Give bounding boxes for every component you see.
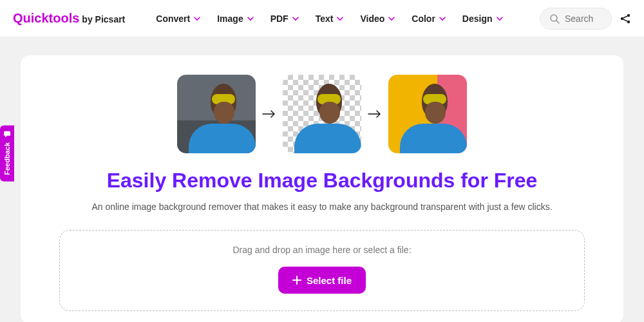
search-box[interactable] xyxy=(540,8,612,30)
file-dropzone[interactable]: Drag and drop an image here or select a … xyxy=(59,230,585,311)
main-nav: Convert Image PDF Text Video Color Desig… xyxy=(156,14,502,24)
brand[interactable]: Quicktools by Picsart xyxy=(13,11,125,26)
svg-point-4 xyxy=(627,20,630,23)
hero-subtitle: An online image background remover that … xyxy=(59,202,585,212)
svg-point-3 xyxy=(627,14,630,16)
header: Quicktools by Picsart Convert Image PDF … xyxy=(0,0,644,37)
chevron-down-icon xyxy=(194,15,200,22)
demo-thumb-transparent xyxy=(283,75,361,153)
search-input[interactable] xyxy=(565,14,602,24)
select-file-button[interactable]: Select file xyxy=(278,267,366,294)
nav-label: Video xyxy=(360,14,384,24)
nav-item-pdf[interactable]: PDF xyxy=(270,14,299,24)
brand-name: Quicktools xyxy=(13,11,79,26)
chat-icon xyxy=(3,131,11,138)
demo-thumbnails xyxy=(59,75,585,153)
nav-item-convert[interactable]: Convert xyxy=(156,14,200,24)
search-icon xyxy=(549,14,560,24)
dropzone-prompt: Drag and drop an image here or select a … xyxy=(66,245,578,255)
nav-item-image[interactable]: Image xyxy=(217,14,253,24)
nav-label: Design xyxy=(462,14,493,24)
nav-item-design[interactable]: Design xyxy=(462,14,503,24)
brand-byline: by Picsart xyxy=(82,14,125,24)
feedback-label: Feedback xyxy=(3,142,11,175)
nav-label: Text xyxy=(316,14,334,24)
nav-label: Convert xyxy=(156,14,190,24)
plus-icon xyxy=(292,276,301,285)
nav-label: PDF xyxy=(270,14,289,24)
chevron-down-icon xyxy=(497,15,503,22)
header-right xyxy=(540,8,631,30)
nav-label: Image xyxy=(217,14,243,24)
arrow-right-icon xyxy=(368,109,382,118)
chevron-down-icon xyxy=(439,15,446,22)
nav-item-video[interactable]: Video xyxy=(360,14,395,24)
svg-line-5 xyxy=(623,16,627,18)
select-file-label: Select file xyxy=(307,275,352,286)
chevron-down-icon xyxy=(247,15,254,22)
demo-thumb-original xyxy=(177,75,256,153)
hero-card: Easily Remove Image Backgrounds for Free… xyxy=(21,55,623,322)
chevron-down-icon xyxy=(388,15,395,22)
chevron-down-icon xyxy=(337,15,343,22)
page: Easily Remove Image Backgrounds for Free… xyxy=(0,37,644,322)
svg-line-6 xyxy=(623,19,627,21)
demo-thumb-newbg xyxy=(388,75,467,153)
svg-rect-7 xyxy=(4,131,10,136)
chevron-down-icon xyxy=(292,15,299,22)
feedback-tab[interactable]: Feedback xyxy=(0,126,14,182)
hero-title: Easily Remove Image Backgrounds for Free xyxy=(59,169,585,193)
share-icon[interactable] xyxy=(620,13,631,24)
nav-item-color[interactable]: Color xyxy=(412,14,446,24)
nav-label: Color xyxy=(412,14,435,24)
svg-line-1 xyxy=(556,21,559,23)
nav-item-text[interactable]: Text xyxy=(316,14,344,24)
arrow-right-icon xyxy=(262,109,276,118)
